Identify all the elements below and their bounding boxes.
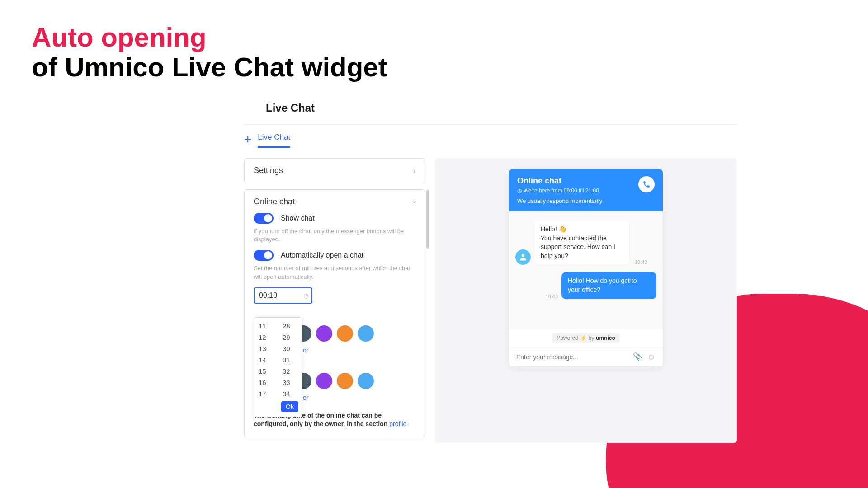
divider [244, 124, 737, 125]
show-chat-label: Show chat [281, 214, 315, 222]
show-chat-toggle[interactable] [254, 213, 274, 224]
chat-title: Online chat [517, 176, 599, 186]
attachment-icon[interactable]: 📎 [633, 352, 643, 362]
dd-item[interactable]: 31 [278, 354, 302, 366]
show-chat-help: If you turn off the chat, only the messe… [245, 225, 425, 248]
incoming-message: Hello! 👋 You have contacted the support … [515, 221, 656, 265]
chat-respond-text: We usually respond momentarily [517, 197, 655, 204]
clock-icon: ◷ [517, 188, 522, 194]
plus-icon[interactable]: + [244, 132, 251, 148]
msg-bubble: Hello! 👋 You have contacted the support … [534, 221, 629, 265]
outgoing-message: 10:43 Hello! How do you get to your offi… [515, 272, 656, 299]
chevron-down-icon[interactable]: › [410, 201, 418, 203]
profile-link[interactable]: profile [389, 420, 406, 427]
online-chat-header: Online chat [254, 197, 295, 206]
preview-panel: Online chat ◷ We're here from 09:00 till… [435, 158, 737, 443]
dd-item[interactable]: 12 [254, 332, 278, 343]
auto-open-toggle[interactable] [254, 250, 274, 261]
dd-item[interactable]: 16 [254, 377, 278, 388]
time-dropdown[interactable]: 11121314151617 28293031323334Ok [254, 317, 302, 417]
chevron-right-icon: › [413, 167, 415, 175]
auto-open-help: Set the number of minutes and seconds af… [245, 263, 425, 285]
dropdown-ok-button[interactable]: Ok [281, 401, 298, 412]
settings-card[interactable]: Settings › [244, 158, 425, 183]
app-title: Live Chat [244, 102, 737, 124]
dd-item[interactable]: 11 [254, 320, 278, 332]
left-column: Settings › Online chat › Show chat If yo… [244, 158, 425, 443]
bolt-icon: ⚡ [580, 335, 587, 341]
tab-live-chat[interactable]: Live Chat [258, 133, 290, 148]
color-swatch[interactable] [337, 373, 353, 389]
content-row: Settings › Online chat › Show chat If yo… [244, 158, 737, 443]
scrollbar[interactable] [426, 190, 429, 249]
dd-item[interactable]: 28 [278, 320, 302, 332]
heading-accent: Auto opening [32, 22, 207, 52]
online-chat-card: Online chat › Show chat If you turn off … [244, 189, 425, 438]
dd-item[interactable]: 13 [254, 343, 278, 354]
color-swatch[interactable] [337, 325, 353, 342]
phone-button[interactable] [638, 176, 655, 192]
chat-message-input[interactable] [516, 353, 628, 361]
emoji-icon[interactable]: ☺ [647, 352, 656, 362]
dd-item[interactable]: 29 [278, 332, 302, 343]
color-swatch[interactable] [316, 373, 332, 389]
dd-item[interactable]: 14 [254, 354, 278, 366]
tabs: + Live Chat [244, 128, 737, 148]
agent-avatar [515, 249, 531, 265]
dd-item[interactable]: 17 [254, 388, 278, 399]
chat-input-row: 📎 ☺ [509, 347, 663, 366]
color-swatch[interactable] [316, 325, 332, 342]
msg-time: 10:43 [545, 294, 558, 299]
chat-body: Hello! 👋 You have contacted the support … [509, 211, 663, 329]
dd-item[interactable]: 30 [278, 343, 302, 354]
powered-by: Powered⚡ by umnico [509, 329, 663, 347]
app-window: Live Chat + Live Chat Settings › Online … [244, 102, 737, 443]
dd-item[interactable]: 15 [254, 366, 278, 377]
chat-widget: Online chat ◷ We're here from 09:00 till… [509, 169, 663, 366]
clock-icon: ◔ [303, 292, 309, 299]
chat-header: Online chat ◷ We're here from 09:00 till… [509, 169, 663, 211]
page-heading: Auto opening of Umnico Live Chat widget [32, 23, 387, 82]
msg-bubble: Hello! How do you get to your office? [561, 272, 656, 299]
settings-label: Settings [254, 166, 283, 175]
chat-hours: ◷ We're here from 09:00 till 21:00 [517, 188, 599, 194]
dd-item[interactable]: 33 [278, 377, 302, 388]
heading-rest: of Umnico Live Chat widget [32, 52, 387, 82]
svg-point-0 [522, 254, 525, 258]
auto-open-label: Automatically open a chat [281, 251, 363, 259]
color-swatch[interactable] [358, 373, 374, 389]
dd-item[interactable]: 32 [278, 366, 302, 377]
dd-item[interactable]: 34 [278, 388, 302, 399]
color-swatch[interactable] [358, 325, 374, 342]
msg-time: 10:43 [635, 259, 647, 265]
